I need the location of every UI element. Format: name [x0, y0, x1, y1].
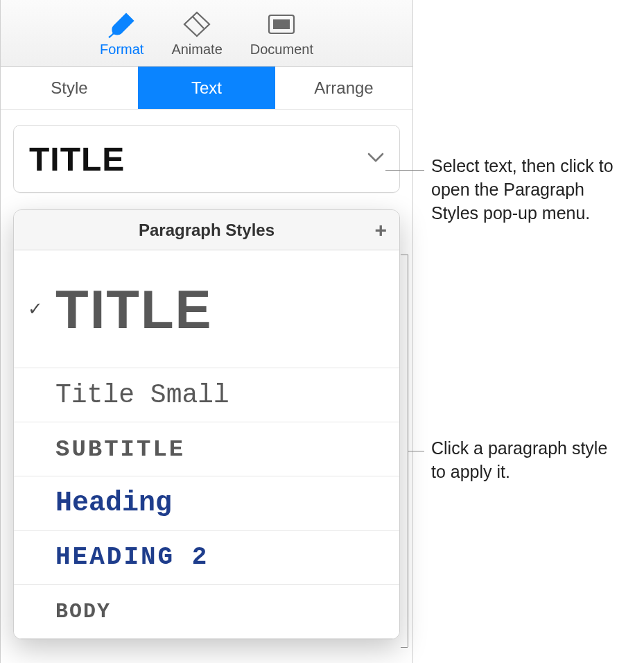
svg-rect-1 [273, 19, 290, 29]
tab-text[interactable]: Text [138, 67, 275, 109]
checkmark-icon: ✓ [28, 298, 55, 320]
style-row-heading2[interactable]: HEADING 2 [14, 531, 399, 585]
callout-text-1: Select text, then click to open the Para… [431, 155, 636, 225]
callout-text-2: Click a paragraph style to apply it. [431, 437, 625, 484]
style-row-subtitle[interactable]: SUBTITLE [14, 422, 399, 476]
style-row-body[interactable]: BODY [14, 585, 399, 639]
diamond-icon [180, 10, 214, 39]
toolbar-document-label: Document [250, 42, 313, 58]
toolbar-document[interactable]: Document [250, 10, 313, 58]
style-label-heading2: HEADING 2 [55, 543, 385, 571]
toolbar: Format Animate Document [1, 0, 412, 67]
style-row-heading[interactable]: Heading [14, 476, 399, 531]
tab-arrange[interactable]: Arrange [275, 67, 412, 109]
style-label-body: BODY [55, 600, 385, 623]
inspector-content: TITLE [1, 110, 412, 193]
document-icon [265, 10, 298, 39]
tab-style[interactable]: Style [1, 67, 138, 109]
add-style-button[interactable]: + [374, 220, 387, 241]
style-row-title-small[interactable]: Title Small [14, 368, 399, 422]
chevron-down-icon[interactable] [367, 152, 384, 166]
toolbar-format[interactable]: Format [100, 10, 143, 58]
inspector-panel: Format Animate Document Style Text A [0, 0, 413, 663]
style-label-title: TITLE [55, 282, 385, 336]
brush-icon [105, 10, 139, 39]
popover-header: Paragraph Styles + [14, 210, 399, 250]
callout-line [408, 451, 424, 451]
style-label-title-small: Title Small [55, 380, 385, 410]
popover-title: Paragraph Styles [139, 221, 275, 240]
current-style-label: TITLE [29, 140, 125, 178]
callout-line [385, 170, 424, 171]
style-label-heading: Heading [55, 488, 385, 519]
paragraph-styles-popover: Paragraph Styles + ✓ TITLE Title Small S… [13, 209, 400, 639]
style-list[interactable]: ✓ TITLE Title Small SUBTITLE Heading HEA… [14, 250, 399, 639]
toolbar-animate[interactable]: Animate [171, 10, 222, 58]
toolbar-animate-label: Animate [171, 42, 222, 58]
toolbar-format-label: Format [100, 42, 143, 58]
style-label-subtitle: SUBTITLE [55, 436, 385, 463]
style-row-title[interactable]: ✓ TITLE [14, 250, 399, 368]
callout-line [401, 255, 408, 255]
inspector-tabs: Style Text Arrange [1, 67, 412, 110]
paragraph-style-picker[interactable]: TITLE [13, 125, 400, 193]
callout-line [401, 647, 408, 648]
